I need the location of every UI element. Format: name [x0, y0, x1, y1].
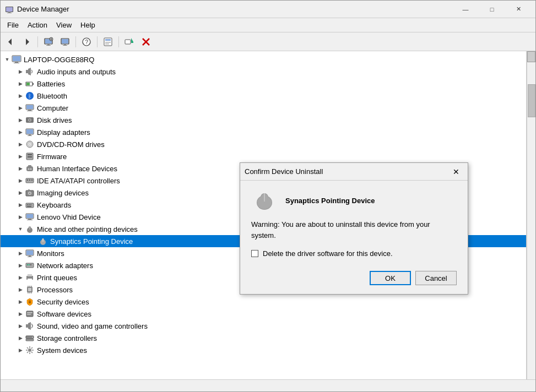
expand-icon: ▶	[16, 309, 25, 318]
tree-item-system[interactable]: ▶ System devices	[1, 344, 526, 356]
svg-rect-67	[28, 189, 30, 191]
expand-icon: ▶	[16, 140, 25, 149]
dialog-device-name: Synaptics Pointing Device	[285, 197, 375, 205]
bluetooth-icon: ᛒ	[25, 91, 35, 101]
svg-rect-14	[62, 39, 68, 43]
svg-rect-41	[28, 110, 31, 111]
expand-icon: ▶	[16, 249, 25, 258]
tree-item-disk-drives[interactable]: ▶ Disk drives	[1, 114, 526, 126]
forward-button[interactable]	[19, 35, 35, 49]
tree-item-audio[interactable]: ▶ Audio inputs and outputs	[1, 66, 526, 78]
tree-item-storage[interactable]: ▶ Storage controllers	[1, 332, 526, 344]
dialog-ok-button[interactable]: OK	[370, 271, 411, 285]
maximize-button[interactable]: □	[479, 1, 505, 18]
svg-rect-32	[26, 70, 28, 73]
svg-rect-55	[28, 156, 32, 157]
expand-icon: ▶	[16, 152, 25, 161]
svg-rect-15	[64, 44, 66, 45]
tree-item-sound[interactable]: ▶ Sound, video and game controllers	[1, 320, 526, 332]
svg-point-58	[28, 168, 30, 170]
show-all-btn[interactable]	[57, 35, 73, 49]
svg-point-66	[29, 193, 31, 194]
back-button[interactable]	[3, 35, 18, 49]
delete-driver-checkbox[interactable]	[251, 250, 258, 257]
menu-file[interactable]: File	[3, 19, 23, 31]
expand-icon: ▶	[16, 128, 25, 137]
svg-rect-63	[31, 179, 33, 181]
dialog-title: Confirm Device Uninstall	[245, 167, 449, 176]
tree-item-software[interactable]: ▶ Software devices	[1, 308, 526, 320]
root-expand-icon: ▼	[3, 55, 12, 64]
minimize-button[interactable]: —	[453, 1, 478, 18]
dialog-checkbox-row: Delete the driver software for this devi…	[251, 249, 457, 258]
lenovo-label: Lenovo Vhid Device	[37, 213, 101, 221]
expand-icon: ▶	[16, 79, 25, 88]
dialog-close-button[interactable]: ✕	[449, 165, 463, 178]
firmware-label: Firmware	[37, 153, 67, 161]
update-driver-btn[interactable]	[122, 35, 137, 49]
dialog-body: Synaptics Pointing Device Warning: You a…	[240, 181, 468, 294]
keyboards-label: Keyboards	[37, 201, 71, 209]
monitors-label: Monitors	[37, 249, 64, 258]
svg-rect-95	[28, 288, 31, 291]
tree-root[interactable]: ▼ LAPTOP-OGGE88RQ	[1, 53, 526, 66]
tree-item-bluetooth[interactable]: ▶ ᛒ Bluetooth	[1, 90, 526, 102]
display-icon	[25, 127, 35, 137]
tree-item-security[interactable]: ▶ Security devices	[1, 296, 526, 308]
svg-rect-36	[33, 83, 34, 85]
software-label: Software devices	[37, 310, 91, 318]
dialog-device-row: Synaptics Pointing Device	[251, 189, 457, 211]
mouse-device-icon	[252, 190, 277, 210]
storage-icon	[25, 333, 35, 343]
disk-drives-icon	[25, 115, 35, 125]
properties-btn[interactable]	[100, 35, 116, 49]
svg-marker-24	[131, 38, 133, 42]
dialog-device-icon	[251, 189, 278, 211]
svg-point-52	[29, 144, 30, 145]
expand-icon: ▶	[16, 346, 25, 355]
tree-item-computer[interactable]: ▶ Computer	[1, 102, 526, 114]
svg-rect-20	[105, 39, 111, 41]
show-computer-btn[interactable]	[41, 35, 56, 49]
svg-rect-86	[28, 257, 32, 257]
lenovo-icon	[25, 212, 35, 222]
svg-rect-75	[28, 219, 31, 220]
expand-icon: ▶	[16, 176, 25, 185]
svg-rect-85	[29, 255, 31, 257]
display-label: Display adapters	[37, 128, 90, 137]
tree-item-batteries[interactable]: ▶ Batteries	[1, 78, 526, 90]
tree-item-dvd[interactable]: ▶ DVD/CD-ROM drives	[1, 138, 526, 150]
dialog-warning-text: Warning: You are about to uninstall this…	[251, 219, 457, 241]
system-label: System devices	[37, 346, 87, 355]
svg-rect-68	[26, 203, 34, 208]
svg-rect-72	[27, 206, 31, 207]
uninstall-btn[interactable]	[138, 35, 154, 49]
scrollbar[interactable]	[527, 51, 535, 379]
svg-rect-74	[26, 214, 33, 218]
window-title: Device Manager	[17, 5, 453, 13]
sound-icon	[25, 321, 35, 331]
software-icon	[25, 309, 35, 319]
svg-rect-110	[26, 339, 34, 341]
expand-icon: ▶	[16, 334, 25, 342]
dialog-cancel-button[interactable]: Cancel	[415, 271, 457, 285]
menu-action[interactable]: Action	[23, 19, 52, 31]
svg-marker-5	[26, 39, 29, 45]
menu-help[interactable]: Help	[76, 19, 100, 31]
tree-item-firmware[interactable]: ▶ Firmware	[1, 150, 526, 162]
bluetooth-label: Bluetooth	[37, 92, 67, 100]
toolbar-separator-2	[75, 36, 76, 47]
menu-view[interactable]: View	[52, 19, 76, 31]
expand-icon: ▶	[16, 273, 25, 282]
synaptics-label: Synaptics Pointing Device	[50, 237, 133, 246]
svg-text:ᛒ: ᛒ	[28, 93, 31, 99]
computer-icon	[25, 103, 35, 113]
dvd-icon	[25, 139, 35, 149]
help-btn[interactable]: ?	[79, 35, 94, 49]
expand-icon: ▶	[16, 322, 25, 330]
tree-item-display[interactable]: ▶ Display adapters	[1, 126, 526, 138]
svg-rect-61	[27, 179, 28, 181]
expand-icon: ▶	[16, 285, 25, 294]
svg-rect-71	[30, 204, 31, 205]
close-button[interactable]: ✕	[506, 1, 531, 18]
